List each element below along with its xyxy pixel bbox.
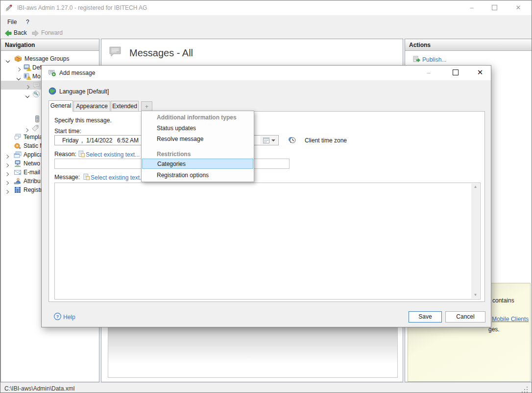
tab-general[interactable]: General <box>48 100 73 112</box>
calendar-dropdown-button[interactable] <box>260 136 278 144</box>
publish-icon <box>412 55 420 63</box>
publish-link[interactable]: Publish... <box>422 56 446 63</box>
person-icon <box>14 177 22 185</box>
messages-bubble-icon <box>108 45 122 59</box>
tab-extended[interactable]: Extended <box>111 101 139 112</box>
chevron-right-icon[interactable] <box>5 179 8 186</box>
forward-arrow-icon <box>31 29 39 37</box>
resize-grip[interactable] <box>522 387 529 393</box>
note-text-fragment: contains <box>492 297 514 304</box>
mobile-clients-link[interactable]: Mobile Clients <box>492 316 529 323</box>
window-titlebar[interactable]: IBI-aws Admin 1.27.0 - registered for IB… <box>0 0 532 16</box>
group-warning2-icon <box>24 72 31 80</box>
window-maximize-button[interactable] <box>486 1 503 14</box>
menu-item-categories[interactable]: Categories <box>142 159 253 169</box>
actions-header: Actions <box>405 39 532 51</box>
general-tab-page: Specify this message. Start time: Friday… <box>48 111 485 302</box>
dialog-maximize-button[interactable] <box>447 66 464 79</box>
envelope-icon <box>14 168 22 176</box>
help-link[interactable]: Help <box>63 314 75 321</box>
save-button[interactable]: Save <box>409 311 442 323</box>
preview-box <box>108 327 398 378</box>
tag-icon <box>31 124 39 132</box>
dialog-close-button[interactable]: ✕ <box>472 66 488 79</box>
menu-file[interactable]: File <box>4 18 20 26</box>
tree-item-message-groups[interactable]: Message Groups <box>1 54 99 63</box>
message-label: Message: <box>54 174 80 181</box>
textarea-scrollbar[interactable]: ▲ ▼ <box>471 184 480 299</box>
toolbar: Back Forward <box>0 28 532 39</box>
chevron-down-icon[interactable] <box>17 74 20 81</box>
navigation-header: Navigation <box>1 39 99 51</box>
calendar-icon <box>263 137 269 143</box>
client-time-zone-icon <box>288 136 296 144</box>
gear-icon <box>14 142 22 150</box>
forward-button[interactable]: Forward <box>41 29 63 36</box>
chevron-down-icon[interactable] <box>26 92 29 99</box>
dropdown-arrow-icon <box>271 139 275 141</box>
menu-section-header: Restrictions <box>157 151 191 158</box>
add-message-dialog: Add message – ✕ Language [Default] Gener… <box>41 65 491 327</box>
dialog-titlebar[interactable]: Add message – ✕ <box>42 66 491 80</box>
grid-icon <box>14 186 22 194</box>
group-warning-icon <box>24 64 31 71</box>
status-path: C:\IBI-aws\Admin\Data.xml <box>4 385 74 392</box>
scroll-up-icon[interactable]: ▲ <box>474 184 478 190</box>
window-title: IBI-aws Admin 1.27.0 - registered for IB… <box>17 4 147 11</box>
dialog-title: Add message <box>59 69 95 76</box>
menu-item-status-updates[interactable]: Status updates <box>157 125 196 132</box>
page-title: Messages - All <box>129 47 193 59</box>
menu-item-registration-options[interactable]: Registration options <box>157 172 209 179</box>
chevron-right-icon[interactable] <box>26 83 29 90</box>
message-select-existing-link[interactable]: Select existing text... <box>91 174 145 181</box>
scroll-down-icon[interactable]: ▼ <box>474 292 478 299</box>
svg-text:?: ? <box>56 314 59 319</box>
add-tab-popup-menu: Additional information types Status upda… <box>141 111 254 182</box>
chevron-down-icon[interactable] <box>6 57 9 64</box>
dialog-minimize-button[interactable]: – <box>420 66 437 79</box>
chevron-right-icon[interactable] <box>5 170 8 177</box>
client-time-zone-label: Client time zone <box>305 137 347 144</box>
menu-item-resolve-message[interactable]: Resolve message <box>157 136 203 142</box>
network-icon <box>14 160 22 167</box>
start-time-label: Start time: <box>54 128 81 135</box>
reason-label: Reason: <box>54 151 76 158</box>
tab-appearance[interactable]: Appearance <box>73 101 110 112</box>
message-bubble-icon <box>32 81 40 89</box>
menu-help[interactable]: ? <box>23 18 32 26</box>
cancel-button[interactable]: Cancel <box>445 311 485 323</box>
chevron-right-icon[interactable] <box>17 66 20 72</box>
window-minimize-button[interactable]: – <box>463 1 480 14</box>
chevron-right-icon[interactable] <box>25 126 28 133</box>
reason-select-existing-link[interactable]: Select existing text... <box>86 151 140 158</box>
status-bar: C:\IBI-aws\Admin\Data.xml <box>0 382 532 393</box>
phone-icon <box>33 115 41 123</box>
message-textarea[interactable]: ▲ ▼ <box>54 183 481 300</box>
back-button[interactable]: Back <box>14 29 27 36</box>
windows-icon <box>14 151 22 159</box>
add-message-icon <box>48 69 56 77</box>
app-window: IBI-aws Admin 1.27.0 - registered for IB… <box>0 0 532 393</box>
start-date-field[interactable]: Friday , 1/14/2022 6:52 AM <box>54 135 148 145</box>
templates-icon <box>14 133 22 141</box>
back-arrow-icon <box>4 29 12 37</box>
menu-bar: File ? <box>0 15 532 28</box>
window-close-button[interactable]: ✕ <box>510 1 527 14</box>
chevron-right-icon[interactable] <box>5 153 8 160</box>
language-label: Language [Default] <box>59 88 109 95</box>
help-icon: ? <box>54 313 61 320</box>
language-globe-icon <box>48 87 56 95</box>
chevron-right-icon[interactable] <box>5 188 8 195</box>
chevron-right-icon[interactable] <box>5 162 8 168</box>
instruction-text: Specify this message. <box>54 117 112 124</box>
package-icon <box>14 55 22 63</box>
menu-section-header: Additional information types <box>157 114 237 121</box>
select-text-icon <box>83 173 91 181</box>
app-logo-icon <box>5 4 13 12</box>
select-text-icon <box>78 150 86 158</box>
add-tab-button[interactable]: + <box>141 101 152 111</box>
key-icon <box>32 90 40 98</box>
